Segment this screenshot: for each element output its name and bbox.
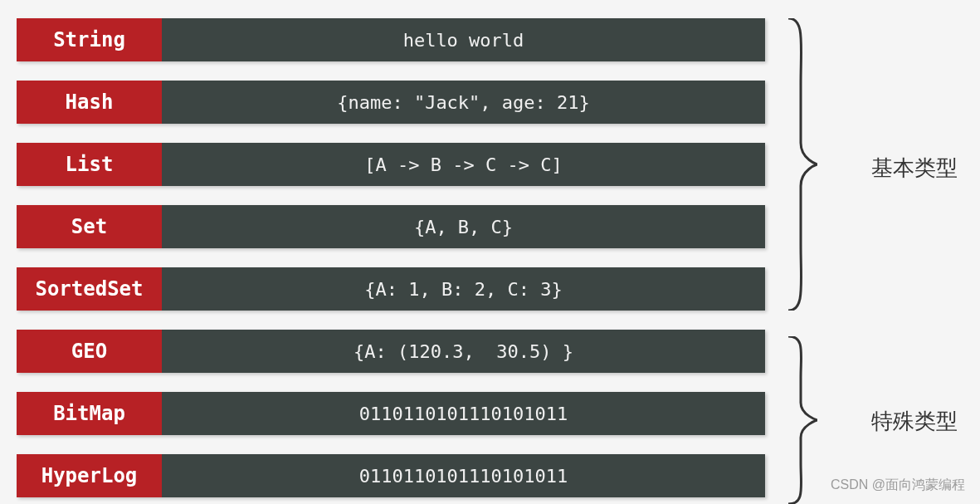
group-label-special: 特殊类型: [871, 407, 958, 436]
brace-basic-icon: [784, 18, 817, 311]
type-label-geo: GEO: [17, 330, 162, 373]
type-label-hyperlog: HyperLog: [17, 454, 162, 497]
row-hyperlog: HyperLog 0110110101110101011: [17, 454, 765, 497]
row-string: String hello world: [17, 18, 765, 61]
row-set: Set {A, B, C}: [17, 205, 765, 248]
type-label-hash: Hash: [17, 81, 162, 124]
brace-special-icon: [784, 336, 817, 504]
row-geo: GEO {A: (120.3, 30.5) }: [17, 330, 765, 373]
value-cell-set: {A, B, C}: [162, 205, 765, 248]
data-type-rows: String hello world Hash {name: "Jack", a…: [17, 18, 765, 497]
type-label-bitmap: BitMap: [17, 392, 162, 435]
value-cell-hyperlog: 0110110101110101011: [162, 454, 765, 497]
watermark-text: CSDN @面向鸿蒙编程: [831, 477, 965, 494]
value-cell-geo: {A: (120.3, 30.5) }: [162, 330, 765, 373]
type-label-list: List: [17, 143, 162, 186]
value-cell-bitmap: 0110110101110101011: [162, 392, 765, 435]
type-label-sortedset: SortedSet: [17, 267, 162, 311]
row-bitmap: BitMap 0110110101110101011: [17, 392, 765, 435]
row-sortedset: SortedSet {A: 1, B: 2, C: 3}: [17, 267, 765, 311]
value-cell-sortedset: {A: 1, B: 2, C: 3}: [162, 267, 765, 311]
value-cell-string: hello world: [162, 18, 765, 61]
row-hash: Hash {name: "Jack", age: 21}: [17, 81, 765, 124]
type-label-set: Set: [17, 205, 162, 248]
type-label-string: String: [17, 18, 162, 61]
value-cell-hash: {name: "Jack", age: 21}: [162, 81, 765, 124]
group-label-basic: 基本类型: [871, 154, 958, 183]
value-cell-list: [A -> B -> C -> C]: [162, 143, 765, 186]
row-list: List [A -> B -> C -> C]: [17, 143, 765, 186]
